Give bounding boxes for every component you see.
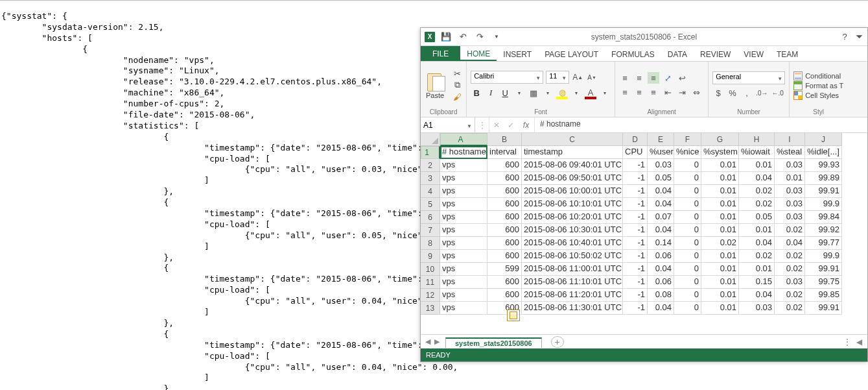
data-cell[interactable]: 0.03 xyxy=(775,185,805,198)
data-cell[interactable]: -1 xyxy=(623,302,648,315)
column-header[interactable]: A xyxy=(440,133,487,146)
font-name-select[interactable]: Calibri▼ xyxy=(471,71,543,84)
data-cell[interactable]: 599 xyxy=(487,263,522,276)
save-icon[interactable]: 💾 xyxy=(440,31,452,43)
header-cell[interactable]: %steal xyxy=(775,146,805,159)
header-cell[interactable]: %system xyxy=(701,146,739,159)
sheet-nav-next-icon[interactable]: ▶ xyxy=(432,337,441,346)
tab-data[interactable]: DATA xyxy=(661,46,694,61)
row-header[interactable]: 5 xyxy=(421,198,440,211)
data-cell[interactable]: 600 xyxy=(487,224,522,237)
data-cell[interactable]: 600 xyxy=(487,289,522,302)
data-cell[interactable]: 0.02 xyxy=(739,185,775,198)
data-cell[interactable]: 0.08 xyxy=(648,289,674,302)
data-cell[interactable]: 0.02 xyxy=(739,198,775,211)
data-cell[interactable]: 0.03 xyxy=(648,159,674,172)
data-cell[interactable]: 0.01 xyxy=(701,224,739,237)
data-cell[interactable]: 0.01 xyxy=(701,198,739,211)
title-bar[interactable]: X 💾 ↶ ↷ ▼ system_stats20150806 - Excel ?… xyxy=(421,28,867,46)
data-cell[interactable]: 600 xyxy=(487,250,522,263)
align-bottom-icon[interactable]: ≡ xyxy=(648,72,659,84)
increase-font-icon[interactable]: A▲ xyxy=(572,71,583,83)
data-cell[interactable]: vps xyxy=(440,211,487,224)
data-cell[interactable]: -1 xyxy=(623,172,648,185)
decrease-indent-icon[interactable]: ⇤ xyxy=(662,86,674,98)
data-cell[interactable]: vps xyxy=(440,198,487,211)
number-format-select[interactable]: General▼ xyxy=(712,71,785,84)
font-color-dropdown-icon[interactable]: ▾ xyxy=(599,87,611,99)
data-cell[interactable]: 99.93 xyxy=(805,159,842,172)
ribbon-options-icon[interactable]: ⏷ xyxy=(853,31,865,43)
data-cell[interactable]: -1 xyxy=(623,211,648,224)
data-cell[interactable]: 0.01 xyxy=(701,302,739,315)
data-cell[interactable]: 99.89 xyxy=(805,172,842,185)
data-cell[interactable]: 0.01 xyxy=(701,289,739,302)
data-cell[interactable]: 99.77 xyxy=(805,237,842,250)
data-cell[interactable]: 99.85 xyxy=(805,289,842,302)
data-cell[interactable]: 0 xyxy=(674,172,701,185)
data-cell[interactable]: 600 xyxy=(487,276,522,289)
data-cell[interactable]: 0.04 xyxy=(648,198,674,211)
data-cell[interactable]: 2015-08-06 10:00:01 UTC xyxy=(522,185,623,198)
smart-tag-icon[interactable] xyxy=(507,310,520,321)
data-cell[interactable]: 0.03 xyxy=(775,211,805,224)
column-header[interactable]: I xyxy=(775,133,805,146)
data-cell[interactable]: 0.01 xyxy=(739,263,775,276)
name-box[interactable]: A1 ▼ xyxy=(421,117,475,132)
data-cell[interactable]: 0 xyxy=(674,159,701,172)
header-cell[interactable]: %iowait xyxy=(739,146,775,159)
comma-format-icon[interactable]: , xyxy=(741,87,753,99)
data-cell[interactable]: 0 xyxy=(674,198,701,211)
column-header[interactable]: E xyxy=(648,133,674,146)
data-cell[interactable]: 0.04 xyxy=(739,172,775,185)
data-cell[interactable]: 0.01 xyxy=(701,250,739,263)
column-header[interactable]: B xyxy=(487,133,522,146)
header-cell[interactable]: timestamp xyxy=(522,146,623,159)
data-cell[interactable]: 0 xyxy=(674,224,701,237)
data-cell[interactable]: vps xyxy=(440,289,487,302)
data-cell[interactable]: 0.01 xyxy=(701,185,739,198)
data-cell[interactable]: 0.01 xyxy=(739,159,775,172)
data-cell[interactable]: 0.05 xyxy=(648,172,674,185)
data-cell[interactable]: 0 xyxy=(674,185,701,198)
increase-indent-icon[interactable]: ⇥ xyxy=(676,86,688,98)
data-cell[interactable]: 0.02 xyxy=(775,302,805,315)
data-cell[interactable]: 2015-08-06 10:50:02 UTC xyxy=(522,250,623,263)
data-cell[interactable]: 2015-08-06 11:30:01 UTC xyxy=(522,302,623,315)
data-cell[interactable]: 0.02 xyxy=(775,289,805,302)
column-header[interactable]: F xyxy=(674,133,701,146)
data-cell[interactable]: 99.91 xyxy=(805,263,842,276)
data-cell[interactable]: vps xyxy=(440,224,487,237)
tab-formulas[interactable]: FORMULAS xyxy=(605,46,661,61)
help-icon[interactable]: ? xyxy=(839,31,850,43)
data-cell[interactable]: 600 xyxy=(487,211,522,224)
borders-dropdown-icon[interactable]: ▾ xyxy=(542,87,554,99)
data-cell[interactable]: 0.15 xyxy=(739,276,775,289)
fx-icon[interactable]: fx xyxy=(518,117,535,132)
data-cell[interactable]: -1 xyxy=(623,159,648,172)
column-header[interactable]: H xyxy=(739,133,775,146)
data-cell[interactable]: 600 xyxy=(487,172,522,185)
column-header[interactable]: D xyxy=(623,133,648,146)
data-cell[interactable]: 0.01 xyxy=(775,172,805,185)
tab-page-layout[interactable]: PAGE LAYOUT xyxy=(538,46,605,61)
data-cell[interactable]: 600 xyxy=(487,185,522,198)
data-cell[interactable]: 0 xyxy=(674,211,701,224)
data-cell[interactable]: 0.04 xyxy=(648,302,674,315)
data-cell[interactable]: -1 xyxy=(623,185,648,198)
redo-icon[interactable]: ↷ xyxy=(474,31,486,43)
row-header[interactable]: 7 xyxy=(421,224,440,237)
data-cell[interactable]: 0.03 xyxy=(775,198,805,211)
sheet-tab[interactable]: system_stats20150806 xyxy=(445,337,542,348)
accept-formula-icon[interactable]: ✓ xyxy=(504,117,518,132)
tab-home[interactable]: HOME xyxy=(460,46,497,61)
data-cell[interactable]: -1 xyxy=(623,250,648,263)
row-header[interactable]: 6 xyxy=(421,211,440,224)
cell-styles-button[interactable]: Cell Styles xyxy=(793,91,843,100)
align-right-icon[interactable]: ≡ xyxy=(648,86,659,98)
qat-customize-icon[interactable]: ▼ xyxy=(491,31,502,43)
font-size-select[interactable]: 11▼ xyxy=(546,71,569,84)
data-cell[interactable]: 0 xyxy=(674,263,701,276)
data-cell[interactable]: 2015-08-06 11:00:01 UTC xyxy=(522,263,623,276)
data-cell[interactable]: 0.14 xyxy=(648,237,674,250)
